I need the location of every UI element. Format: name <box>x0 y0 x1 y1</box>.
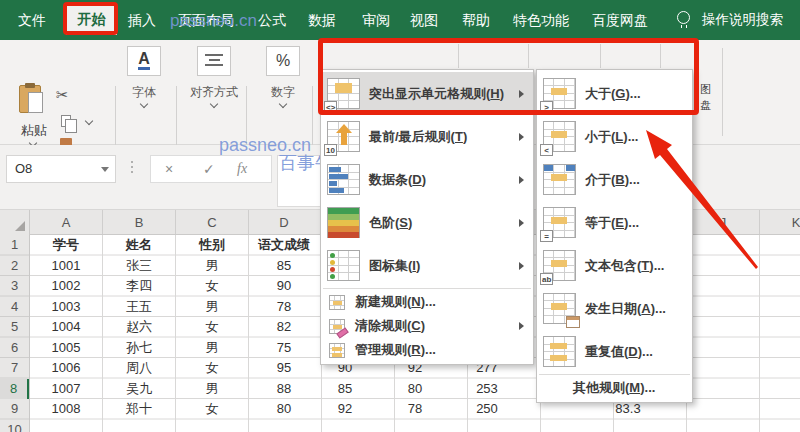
cf-menu-footer-item-1[interactable]: 清除规则(C) <box>321 314 533 338</box>
paste-icon[interactable] <box>19 85 41 113</box>
cut-scissors-icon[interactable]: ✂ <box>56 86 69 104</box>
cf-menu-item-3[interactable]: 色阶(S) <box>321 201 533 244</box>
select-all-corner[interactable] <box>0 210 30 235</box>
cell[interactable]: 83.3 <box>588 401 668 417</box>
alignment-group-label[interactable]: 对齐方式 <box>187 84 241 101</box>
copy-chevron-down-icon[interactable] <box>86 118 93 125</box>
row-header-4[interactable]: 4 <box>0 297 29 317</box>
column-header-J[interactable]: J <box>703 210 743 235</box>
cell[interactable]: 李四 <box>99 278 179 294</box>
column-header-K[interactable]: K <box>776 210 800 235</box>
cell[interactable]: 85 <box>305 381 385 397</box>
cell[interactable]: 1007 <box>26 381 106 397</box>
cf-menu-item-1[interactable]: 10最前/最后规则(T) <box>321 115 533 158</box>
font-group-chevron-down-icon[interactable] <box>141 101 148 108</box>
cell[interactable]: 赵六 <box>99 319 179 335</box>
drag-handle-icon[interactable] <box>131 161 133 163</box>
tab-0[interactable]: 文件 <box>18 0 46 40</box>
paste-button-label[interactable]: 粘贴 <box>14 122 54 140</box>
cf-menu-item-2[interactable]: 数据条(D) <box>321 158 533 201</box>
cell[interactable]: 孙七 <box>99 340 179 356</box>
cell[interactable]: 82 <box>244 319 324 335</box>
cell[interactable]: 80 <box>375 381 455 397</box>
cell[interactable]: 周八 <box>99 360 179 376</box>
cell[interactable]: 女 <box>172 278 252 294</box>
tab-active-1[interactable]: 开始 <box>66 4 117 35</box>
font-group-label[interactable]: 字体 <box>127 84 161 101</box>
tab-2[interactable]: 插入 <box>128 0 156 40</box>
cell[interactable]: 女 <box>172 401 252 417</box>
cell[interactable]: 男 <box>172 340 252 356</box>
row-header-6[interactable]: 6 <box>0 338 29 358</box>
cell[interactable]: 男 <box>172 381 252 397</box>
cell[interactable]: 语文成绩 <box>244 237 324 253</box>
cell[interactable]: 1008 <box>26 401 106 417</box>
font-settings-icon[interactable]: A <box>127 46 161 76</box>
percent-number-icon[interactable]: % <box>266 46 300 76</box>
cell[interactable]: 张三 <box>99 258 179 274</box>
insert-function-icon[interactable]: fx <box>237 156 247 182</box>
column-header-C[interactable]: C <box>192 210 232 235</box>
name-box-chevron-down-icon[interactable] <box>101 167 109 172</box>
cell[interactable]: 253 <box>447 381 527 397</box>
cf-menu-item-0[interactable]: <>突出显示单元格规则(H) <box>321 72 533 115</box>
hcr-submenu-item-4[interactable]: ab文本包含(T)... <box>537 244 692 287</box>
cell[interactable]: 性别 <box>172 237 252 253</box>
hcr-submenu-item-5[interactable]: 发生日期(A)... <box>537 287 692 330</box>
tab-9[interactable]: 特色功能 <box>513 0 569 40</box>
tab-7[interactable]: 视图 <box>410 0 438 40</box>
cell[interactable]: 90 <box>244 278 324 294</box>
cell[interactable]: 男 <box>172 258 252 274</box>
cell[interactable]: 75 <box>244 340 324 356</box>
row-header-3[interactable]: 3 <box>0 276 29 296</box>
cell[interactable]: 郑十 <box>99 401 179 417</box>
row-header-8[interactable]: 8 <box>0 379 29 399</box>
cell[interactable]: 1004 <box>26 319 106 335</box>
tab-4[interactable]: 公式 <box>258 0 286 40</box>
column-header-B[interactable]: B <box>119 210 159 235</box>
cell[interactable]: 吴九 <box>99 381 179 397</box>
hcr-submenu-more-rules[interactable]: 其他规则(M)... <box>537 376 692 400</box>
cf-menu-footer-item-0[interactable]: 新建规则(N)... <box>321 290 533 314</box>
row-header-1[interactable]: 1 <box>0 235 29 255</box>
tab-3[interactable]: 页面布局 <box>178 0 234 40</box>
cf-menu-item-4[interactable]: 图标集(I) <box>321 244 533 287</box>
column-header-D[interactable]: D <box>264 210 304 235</box>
row-header-10[interactable]: 10 <box>0 420 29 432</box>
cell[interactable]: 女 <box>172 360 252 376</box>
cf-menu-footer-item-2[interactable]: 管理规则(R)... <box>321 338 533 362</box>
cell[interactable]: 姓名 <box>99 237 179 253</box>
cell[interactable]: 250 <box>447 401 527 417</box>
tell-me-search[interactable]: 操作说明搜索 <box>702 0 783 40</box>
number-group-chevron-down-icon[interactable] <box>280 101 287 108</box>
cell[interactable]: 女 <box>172 319 252 335</box>
row-header-5[interactable]: 5 <box>0 317 29 337</box>
cell[interactable]: 1006 <box>26 360 106 376</box>
row-header-7[interactable]: 7 <box>0 358 29 378</box>
column-header-A[interactable]: A <box>46 210 86 235</box>
cell[interactable]: 男 <box>172 299 252 315</box>
hcr-submenu-item-6[interactable]: 重复值(D)... <box>537 330 692 373</box>
cell[interactable]: 1003 <box>26 299 106 315</box>
row-header-9[interactable]: 9 <box>0 399 29 419</box>
hcr-submenu-item-2[interactable]: 介于(B)... <box>537 158 692 201</box>
cell[interactable]: 85 <box>244 258 324 274</box>
cell[interactable]: 1001 <box>26 258 106 274</box>
cell[interactable]: 1005 <box>26 340 106 356</box>
hcr-submenu-item-0[interactable]: >大于(G)... <box>537 72 692 115</box>
row-header-2[interactable]: 2 <box>0 256 29 276</box>
hcr-submenu-item-3[interactable]: =等于(E)... <box>537 201 692 244</box>
cell[interactable]: 学号 <box>26 237 106 253</box>
cancel-icon[interactable]: × <box>165 156 173 182</box>
cell[interactable]: 78 <box>375 401 455 417</box>
hcr-submenu-item-1[interactable]: <小于(L)... <box>537 115 692 158</box>
tab-10[interactable]: 百度网盘 <box>592 0 648 40</box>
alignment-group-chevron-down-icon[interactable] <box>211 101 218 108</box>
cell[interactable]: 王五 <box>99 299 179 315</box>
alignment-icon[interactable] <box>197 46 231 76</box>
tab-5[interactable]: 数据 <box>308 0 336 40</box>
number-group-label[interactable]: 数字 <box>266 84 300 101</box>
cell[interactable]: 78 <box>244 299 324 315</box>
tab-8[interactable]: 帮助 <box>462 0 490 40</box>
tab-6[interactable]: 审阅 <box>362 0 390 40</box>
